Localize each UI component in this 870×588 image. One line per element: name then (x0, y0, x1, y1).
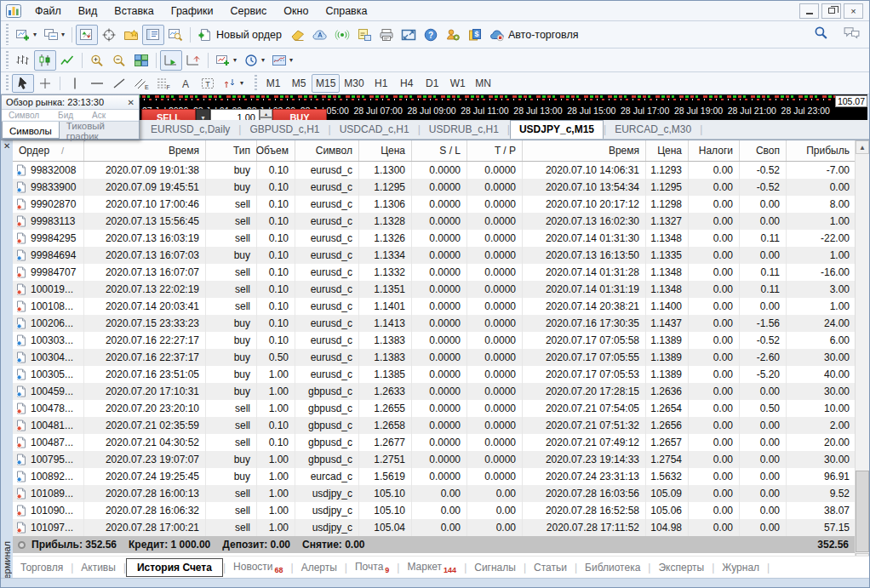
terminal-tab-Торговля[interactable]: Торговля (13, 558, 71, 577)
history-column-header[interactable]: Тип (206, 140, 257, 161)
minimize-button[interactable] (799, 3, 819, 19)
terminal-tab-Эксперты[interactable]: Эксперты (650, 558, 712, 577)
chart-tab-EURUSD_c,Daily[interactable]: EURUSD_c,Daily (142, 121, 238, 139)
menu-item-Файл[interactable]: Файл (26, 1, 70, 20)
signals-button[interactable] (331, 25, 353, 45)
chart-copy-button[interactable] (353, 25, 375, 45)
templates-button[interactable]: ▾ (268, 50, 296, 71)
terminal-tab-Почта[interactable]: Почта9 (347, 557, 397, 578)
chart-shift-button[interactable] (182, 50, 204, 71)
auto-trading-button[interactable]: Авто-торговля (486, 25, 584, 45)
zoom-in-button[interactable] (86, 50, 108, 71)
chart-tab-GBPUSD_c,H1[interactable]: GBPUSD_c,H1 (241, 121, 328, 139)
timeframe-H4[interactable]: H4 (394, 74, 420, 93)
chart-tab-USDRUB_c,H1[interactable]: USDRUB_c,H1 (421, 121, 507, 139)
metaquotes-button[interactable] (309, 25, 331, 45)
timeframe-MN[interactable]: MN (471, 74, 496, 93)
history-column-header[interactable]: Время (523, 140, 646, 161)
market-watch-tab-Тиковый график[interactable]: Тиковый график (60, 122, 139, 139)
terminal-tab-История Счета[interactable]: История Счета (126, 558, 223, 577)
terminal-tab-Активы[interactable]: Активы (73, 558, 123, 577)
scroll-up-icon[interactable]: ▲ (856, 140, 869, 154)
table-row[interactable]: 100305...2020.07.16 23:51:05buy1.00eurus… (13, 366, 855, 383)
crosshair-button[interactable] (34, 74, 56, 93)
history-column-header[interactable]: Цена (646, 140, 689, 161)
trade-dropdown-icon[interactable]: ▾ (196, 109, 210, 120)
table-row[interactable]: 999842952020.07.13 16:03:19sell0.10eurus… (13, 230, 855, 247)
community-button[interactable] (442, 25, 464, 45)
market-watch-tab-Символы[interactable]: Символы (2, 122, 60, 139)
chart-tab-USDJPY_c,M15[interactable]: USDJPY_c,M15 (510, 120, 604, 139)
timeframe-W1[interactable]: W1 (445, 74, 471, 93)
table-row[interactable]: 100303...2020.07.16 22:27:17buy0.10eurus… (13, 332, 855, 349)
market-button[interactable]: $ (464, 25, 486, 45)
history-column-header[interactable]: Объем (257, 140, 295, 161)
horizontal-line-button[interactable] (86, 74, 108, 93)
menu-item-Графики[interactable]: Графики (163, 1, 222, 20)
history-column-header[interactable]: Прибыль (787, 140, 856, 161)
navigator-button[interactable] (120, 25, 142, 45)
history-column-header[interactable]: S / L (412, 140, 467, 161)
text-label-button[interactable]: T (197, 74, 219, 93)
bars-chart-button[interactable] (12, 50, 34, 71)
equidistant-channel-button[interactable]: E (130, 74, 152, 93)
table-row[interactable]: 998320082020.07.09 19:01:38buy0.10eurusd… (13, 162, 855, 179)
vertical-line-button[interactable] (64, 74, 86, 93)
table-row[interactable]: 999847072020.07.13 16:07:07sell0.10eurus… (13, 264, 855, 281)
table-row[interactable]: 100459...2020.07.20 17:10:31buy1.00gbpus… (13, 383, 855, 400)
indicators-button[interactable]: ▾ (212, 50, 240, 71)
terminal-close-icon[interactable]: ✕ (3, 142, 10, 151)
history-table-header[interactable]: Ордер/ВремяТипОбъемСимволЦенаS / LT / PВ… (13, 140, 855, 162)
text-button[interactable]: A (175, 74, 197, 93)
history-column-header[interactable]: Цена (359, 140, 412, 161)
new-order-button[interactable]: Новый ордер (194, 25, 287, 45)
menu-item-Сервис[interactable]: Сервис (222, 1, 276, 20)
terminal-tab-Статьи[interactable]: Статьи (526, 558, 575, 577)
volume-stepper[interactable]: ▴▾ (260, 109, 272, 120)
eraser-button[interactable] (287, 25, 309, 45)
tile-windows-button[interactable] (130, 50, 152, 71)
data-window-button[interactable] (98, 25, 120, 45)
history-column-header[interactable]: Ордер/ (13, 140, 84, 161)
timeframe-M5[interactable]: M5 (286, 74, 312, 93)
profiles-button[interactable]: ▾ (40, 25, 68, 45)
trendline-button[interactable] (108, 74, 130, 93)
history-column-header[interactable]: Время (84, 140, 206, 161)
auto-scroll-button[interactable] (160, 50, 182, 71)
table-row[interactable]: 999846942020.07.13 16:07:03buy0.10eurusd… (13, 247, 855, 264)
scrollbar-thumb[interactable] (856, 471, 869, 552)
table-row[interactable]: 100481...2020.07.21 02:35:59sell0.10gbpu… (13, 417, 855, 434)
table-row[interactable]: 999028702020.07.10 17:00:46sell0.10eurus… (13, 196, 855, 213)
new-chart-button[interactable]: ▾ (12, 25, 40, 45)
candles-chart-button[interactable] (34, 50, 56, 71)
table-row[interactable]: 100304...2020.07.16 22:37:17buy0.50eurus… (13, 349, 855, 366)
table-row[interactable]: 101089...2020.07.28 16:00:13sell1.00usdj… (13, 485, 855, 502)
restore-button[interactable] (821, 3, 841, 19)
table-row[interactable]: 999831132020.07.13 15:56:45sell0.10eurus… (13, 213, 855, 230)
terminal-tab-Новости[interactable]: Новости68 (226, 557, 290, 578)
vertical-scrollbar[interactable]: ▲ ▼ (855, 140, 869, 567)
table-row[interactable]: 100478...2020.07.20 23:20:10sell1.00gbpu… (13, 400, 855, 417)
table-row[interactable]: 100206...2020.07.15 23:33:23buy0.10eurus… (13, 315, 855, 332)
toolbar-grip[interactable] (5, 75, 9, 91)
timeframe-M30[interactable]: M30 (340, 74, 368, 93)
table-row[interactable]: 100487...2020.07.21 04:30:52sell0.10gbpu… (13, 434, 855, 451)
chart-tab-USDCAD_c,H1[interactable]: USDCAD_c,H1 (331, 121, 418, 139)
toolbar-grip[interactable] (254, 75, 258, 91)
fullscreen-button[interactable] (398, 25, 420, 45)
sell-button[interactable]: SELL (141, 109, 196, 120)
usdjpy-chart[interactable]: 105.07 27 Jul 202028 Jul 01:0028 Jul 03:… (137, 94, 867, 120)
line-chart-button[interactable] (56, 50, 78, 71)
chat-icon[interactable] (843, 26, 861, 43)
market-watch-close-icon[interactable]: ✕ (128, 98, 135, 107)
menu-item-Окно[interactable]: Окно (275, 1, 317, 20)
timeframe-D1[interactable]: D1 (420, 74, 445, 93)
history-column-header[interactable]: Налоги (689, 140, 740, 161)
history-column-header[interactable]: Символ (295, 140, 359, 161)
menu-item-Справка[interactable]: Справка (317, 1, 375, 20)
step-up-icon[interactable]: ▴ (260, 109, 272, 117)
terminal-tab-Библиотека[interactable]: Библиотека (577, 558, 648, 577)
step-down-icon[interactable]: ▾ (260, 117, 272, 120)
strategy-tester-button[interactable] (164, 25, 186, 45)
table-row[interactable]: 100892...2020.07.24 19:25:45buy1.00eurca… (13, 468, 855, 485)
